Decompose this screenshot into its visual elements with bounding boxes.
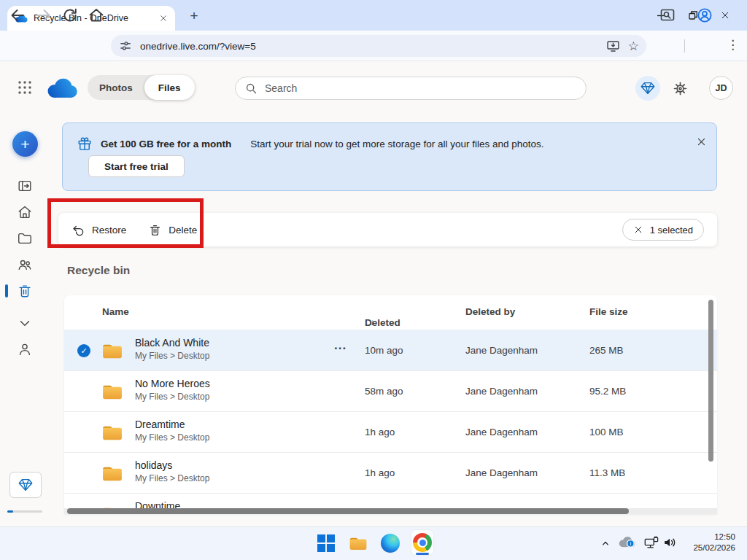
folder-icon: [101, 424, 123, 441]
folder-icon: [101, 383, 123, 400]
vertical-scrollbar[interactable]: [708, 300, 713, 462]
banner-subtitle: Start your trial now to get more storage…: [250, 139, 543, 149]
sort-desc-icon: ↓: [370, 317, 374, 327]
delete-label: Delete: [169, 225, 197, 236]
file-size-cell: 11.3 MB: [589, 467, 625, 478]
item-path: My Files > Desktop: [135, 473, 209, 483]
url-text[interactable]: onedrive.live.com/?view=5: [140, 41, 598, 52]
premium-diamond-icon: [640, 80, 656, 96]
search-sidepanel-icon[interactable]: [659, 7, 676, 24]
item-path: My Files > Desktop: [135, 351, 209, 361]
clear-selection-icon: [633, 225, 643, 235]
file-explorer-button[interactable]: [349, 534, 368, 553]
toolbar-divider: [684, 39, 685, 52]
close-window-button[interactable]: [709, 4, 741, 26]
deleted-cell: 1h ago: [365, 427, 395, 438]
forward-icon[interactable]: [35, 7, 53, 24]
item-path: My Files > Desktop: [135, 392, 210, 402]
column-deleted-by[interactable]: Deleted by: [465, 306, 515, 317]
deleted-by-cell: Jane Dagenham: [465, 345, 538, 356]
tray-clock[interactable]: 12:50 25/02/2026: [693, 532, 735, 553]
partially-visible-row: Downtime: [64, 493, 717, 508]
tray-onedrive-icon[interactable]: i: [618, 536, 635, 548]
app-launcher-icon[interactable]: [18, 80, 32, 95]
premium-upgrade-button[interactable]: [9, 472, 42, 498]
deleted-cell: 58m ago: [365, 386, 403, 397]
start-button[interactable]: [317, 534, 336, 553]
active-nav-indicator: [5, 284, 8, 298]
item-name: holidays: [135, 459, 209, 471]
delete-icon: [148, 223, 162, 237]
profile-icon[interactable]: [696, 7, 713, 24]
storage-usage-bar: [7, 510, 42, 513]
table-row[interactable]: No More Heroes My Files > Desktop 58m ag…: [64, 370, 717, 411]
sidebar-item-shared[interactable]: [17, 257, 33, 273]
horizontal-scrollbar-track[interactable]: [64, 508, 717, 514]
deleted-by-cell: Jane Dagenham: [465, 427, 538, 438]
tray-network-icon[interactable]: [643, 534, 659, 551]
premium-button[interactable]: [635, 76, 660, 101]
storage-promo-banner: Get 100 GB free for a month Start your t…: [62, 122, 717, 191]
table-row[interactable]: Downtime: [64, 493, 717, 508]
tray-time: 12:50: [693, 532, 735, 542]
back-icon[interactable]: [9, 7, 26, 24]
item-name: Downtime: [135, 500, 180, 508]
start-free-trial-label: Start free trial: [104, 161, 169, 172]
deleted-by-cell: Jane Dagenham: [465, 386, 538, 397]
selected-count-label: 1 selected: [650, 225, 693, 236]
folder-icon: [101, 342, 123, 359]
site-settings-icon[interactable]: [118, 39, 133, 53]
item-name: No More Heroes: [135, 378, 210, 389]
recycle-bin-list: Name Deleted↓ Deleted by File size ✓ Bla…: [64, 295, 717, 514]
banner-close-icon[interactable]: [696, 136, 707, 147]
edge-button[interactable]: [381, 534, 400, 553]
home-icon[interactable]: [88, 7, 105, 24]
item-path: My Files > Desktop: [135, 432, 209, 443]
sidebar-item-people[interactable]: [17, 341, 33, 357]
table-row[interactable]: Dreamtime My Files > Desktop 1h ago Jane…: [64, 411, 717, 452]
search-icon: [245, 82, 258, 95]
item-name: Black And White: [135, 337, 209, 349]
search-input[interactable]: Search: [235, 77, 587, 100]
toggle-files[interactable]: Files: [144, 75, 195, 100]
column-name[interactable]: Name: [102, 306, 129, 317]
sidebar-item-my-files[interactable]: [17, 230, 33, 246]
sidebar-item-shortcuts[interactable]: [17, 178, 33, 194]
install-app-icon[interactable]: [605, 39, 621, 54]
selection-toolbar: Restore Delete 1 selected: [58, 213, 717, 246]
reload-icon[interactable]: [61, 7, 79, 24]
tray-show-hidden-icons[interactable]: [600, 537, 611, 549]
banner-title: Get 100 GB free for a month: [101, 139, 231, 149]
settings-button[interactable]: [667, 76, 692, 101]
selected-check-icon[interactable]: ✓: [77, 344, 90, 357]
sidebar-item-home[interactable]: [17, 204, 33, 220]
column-file-size[interactable]: File size: [589, 306, 628, 317]
bookmark-star-icon[interactable]: ☆: [628, 40, 639, 52]
tray-volume-icon[interactable]: [662, 534, 678, 551]
toggle-photos[interactable]: Photos: [88, 75, 144, 100]
account-avatar[interactable]: JD: [709, 76, 733, 100]
delete-button[interactable]: Delete: [148, 223, 197, 237]
restore-icon: [71, 223, 85, 237]
browser-menu-icon[interactable]: ⋮: [727, 39, 739, 51]
more-options-button[interactable]: ...: [334, 338, 347, 353]
restore-button[interactable]: Restore: [71, 223, 126, 237]
table-row[interactable]: ✓ Black And White My Files > Desktop ...…: [64, 330, 717, 370]
horizontal-scrollbar-thumb[interactable]: [67, 508, 629, 514]
start-free-trial-button[interactable]: Start free trial: [88, 155, 185, 177]
gear-icon: [673, 81, 688, 96]
file-size-cell: 265 MB: [589, 345, 624, 356]
page-title: Recycle bin: [67, 264, 130, 277]
onedrive-logo[interactable]: [45, 77, 78, 98]
clear-selection-button[interactable]: 1 selected: [622, 219, 704, 241]
new-tab-button[interactable]: +: [184, 6, 204, 26]
sidebar-expand-chevron[interactable]: [17, 315, 33, 331]
sidebar-item-recycle-bin[interactable]: [17, 283, 33, 299]
address-bar[interactable]: onedrive.live.com/?view=5 ☆: [111, 35, 646, 57]
tab-close-icon[interactable]: [159, 14, 168, 23]
browser-titlebar: Recycle Bin - OneDrive +: [0, 0, 747, 31]
deleted-cell: 10m ago: [365, 345, 403, 356]
table-row[interactable]: holidays My Files > Desktop 1h ago Jane …: [64, 452, 717, 493]
new-item-button[interactable]: +: [12, 131, 38, 157]
chrome-button[interactable]: [413, 533, 432, 552]
